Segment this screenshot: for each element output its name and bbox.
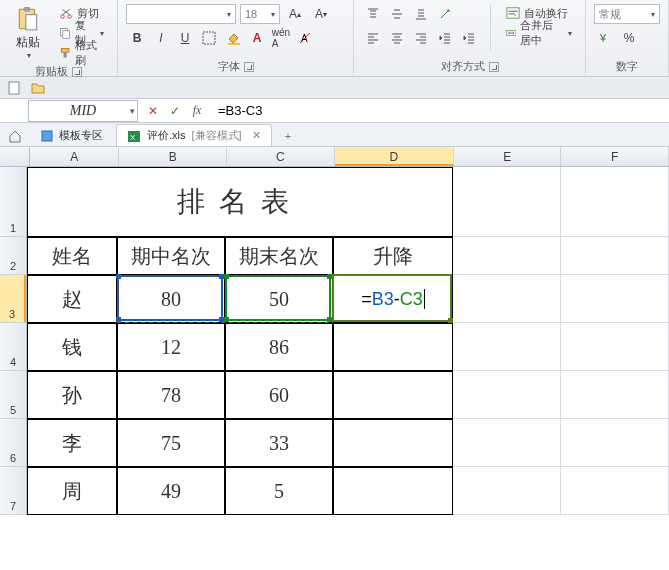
merge-center-button[interactable]: 合并后居中▾ [501,24,577,42]
border-button[interactable] [198,28,220,48]
home-tab[interactable] [2,124,28,146]
fill-color-button[interactable] [222,28,244,48]
cell-E5[interactable] [453,371,561,419]
font-family-combo[interactable]: ▾ [126,4,236,24]
excel-icon: X [127,129,141,143]
align-top-button[interactable] [362,4,384,24]
cell-A3[interactable]: 赵 [27,275,117,323]
col-header-A[interactable]: A [30,147,120,166]
cell-B6[interactable]: 75 [117,419,225,467]
close-icon[interactable]: ✕ [252,129,261,142]
cell-A5[interactable]: 孙 [27,371,117,419]
increase-indent-button[interactable] [458,28,480,48]
percent-button[interactable]: % [618,28,640,48]
cell-C2[interactable]: 期末名次 [225,237,333,275]
col-header-B[interactable]: B [119,147,227,166]
launcher-icon[interactable] [72,67,82,77]
fx-button[interactable]: fx [188,102,206,120]
col-header-F[interactable]: F [561,147,669,166]
cell-C3[interactable]: 50 [225,275,333,323]
shrink-font-button[interactable]: A▾ [310,4,332,24]
row-header-6[interactable]: 6 [0,419,26,467]
cell-B5[interactable]: 78 [117,371,225,419]
decrease-indent-button[interactable] [434,28,456,48]
align-bottom-button[interactable] [410,4,432,24]
col-header-C[interactable]: C [227,147,335,166]
row-header-2[interactable]: 2 [0,237,26,275]
new-icon[interactable] [6,80,22,96]
cell-F2[interactable] [561,237,669,275]
cell-C7[interactable]: 5 [225,467,333,515]
cell-E7[interactable] [453,467,561,515]
cell-A7[interactable]: 周 [27,467,117,515]
cell-E1[interactable] [453,167,561,237]
currency-button[interactable]: ¥ [594,28,616,48]
cell-D6[interactable] [333,419,453,467]
formula-input[interactable] [212,100,669,122]
orientation-button[interactable] [434,4,456,24]
cell-D7[interactable] [333,467,453,515]
cell-A2[interactable]: 姓名 [27,237,117,275]
name-box[interactable]: MID ▾ [28,100,138,122]
format-painter-button[interactable]: 格式刷 [54,44,109,62]
add-tab[interactable]: + [274,124,296,146]
underline-button[interactable]: U [174,28,196,48]
cell-F3[interactable] [561,275,669,323]
cell-C5[interactable]: 60 [225,371,333,419]
cell-E6[interactable] [453,419,561,467]
row-header-1[interactable]: 1 [0,167,26,237]
cell-C4[interactable]: 86 [225,323,333,371]
phonetic-button[interactable]: wénA [270,28,292,48]
grow-font-button[interactable]: A▴ [284,4,306,24]
clear-format-button[interactable]: A [294,28,316,48]
align-right-button[interactable] [410,28,432,48]
svg-rect-8 [64,52,67,57]
cell-A1[interactable]: 排名表 [27,167,453,237]
cell-F6[interactable] [561,419,669,467]
row-header-7[interactable]: 7 [0,467,26,515]
col-header-E[interactable]: E [454,147,562,166]
launcher-icon[interactable] [244,62,254,72]
cell-C6[interactable]: 33 [225,419,333,467]
row-header-4[interactable]: 4 [0,323,26,371]
cell-D3[interactable]: =B3-C3 [333,275,453,323]
open-icon[interactable] [30,80,46,96]
cell-B7[interactable]: 49 [117,467,225,515]
font-color-button[interactable]: A [246,28,268,48]
cell-B2[interactable]: 期中名次 [117,237,225,275]
cell-E2[interactable] [453,237,561,275]
cell-B4[interactable]: 12 [117,323,225,371]
cell-D4[interactable] [333,323,453,371]
cancel-button[interactable]: ✕ [144,102,162,120]
col-header-D[interactable]: D [335,147,454,166]
cell-E4[interactable] [453,323,561,371]
template-tab[interactable]: 模板专区 [30,124,114,146]
enter-button[interactable]: ✓ [166,102,184,120]
cell-F5[interactable] [561,371,669,419]
cells-area[interactable]: 排名表姓名期中名次期末名次升降赵8050=B3-C3钱1286孙7860李753… [27,167,669,515]
cell-D2[interactable]: 升降 [333,237,453,275]
cell-B3[interactable]: 80 [117,275,225,323]
paste-button[interactable]: 粘贴 ▾ [8,4,48,62]
cell-F7[interactable] [561,467,669,515]
column-headers: ABCDEF [0,147,669,167]
align-left-button[interactable] [362,28,384,48]
file-tab[interactable]: X 评价.xls [兼容模式] ✕ [116,124,272,146]
launcher-icon[interactable] [489,62,499,72]
font-size-combo[interactable]: 18▾ [240,4,280,24]
align-center-button[interactable] [386,28,408,48]
cell-D5[interactable] [333,371,453,419]
bold-button[interactable]: B [126,28,148,48]
spreadsheet-grid: ABCDEF 1234567 排名表姓名期中名次期末名次升降赵8050=B3-C… [0,147,669,515]
cell-A4[interactable]: 钱 [27,323,117,371]
number-format-combo[interactable]: 常规▾ [594,4,660,24]
row-header-3[interactable]: 3 [0,275,26,323]
cell-E3[interactable] [453,275,561,323]
cell-A6[interactable]: 李 [27,419,117,467]
row-header-5[interactable]: 5 [0,371,26,419]
select-all-corner[interactable] [0,147,30,166]
cell-F1[interactable] [561,167,669,237]
italic-button[interactable]: I [150,28,172,48]
align-middle-button[interactable] [386,4,408,24]
cell-F4[interactable] [561,323,669,371]
